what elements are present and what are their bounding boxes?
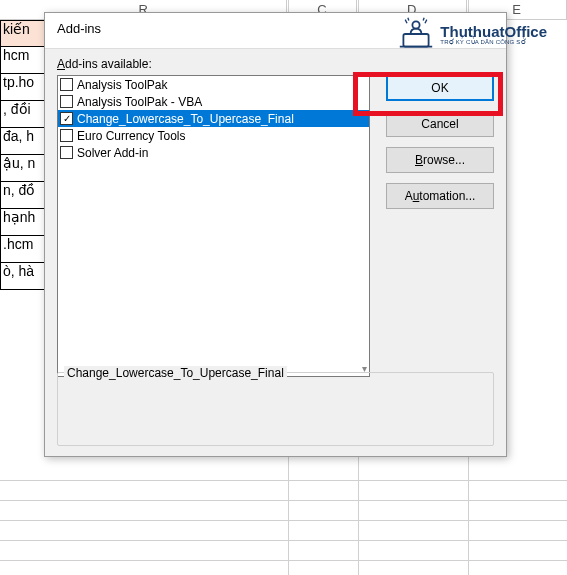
cell[interactable]: đa, h — [0, 128, 45, 155]
svg-point-2 — [413, 21, 420, 28]
addin-item[interactable]: Analysis ToolPak — [58, 76, 369, 93]
row-cells-strip: kiếnhcmtp.ho, đồiđa, hậu, nn, đồhạnh.hcm… — [0, 20, 45, 290]
svg-line-5 — [408, 18, 409, 21]
cancel-button[interactable]: Cancel — [386, 111, 494, 137]
addin-item[interactable]: Change_Lowercase_To_Upercase_Final — [58, 110, 369, 127]
watermark: ThuthuatOffice TRỢ KỶ CỦA DÂN CÔNG SỞ — [398, 16, 547, 52]
svg-line-3 — [406, 20, 408, 24]
checkbox-icon[interactable] — [60, 78, 73, 91]
checkbox-icon[interactable] — [60, 112, 73, 125]
addin-description-group: Change_Lowercase_To_Upercase_Final — [57, 372, 494, 446]
addins-listbox[interactable]: Analysis ToolPakAnalysis ToolPak - VBACh… — [57, 75, 370, 377]
addin-item-label: Analysis ToolPak - VBA — [77, 95, 202, 109]
cell[interactable]: tp.ho — [0, 74, 45, 101]
addins-available-label: Add-ins available: — [57, 57, 370, 71]
addins-dialog: Add-ins Add-ins available: Analysis Tool… — [44, 12, 507, 457]
cell[interactable]: ò, hà — [0, 263, 45, 290]
automation-button[interactable]: Automation... — [386, 183, 494, 209]
cell[interactable]: hcm — [0, 47, 45, 74]
addin-item-label: Analysis ToolPak — [77, 78, 168, 92]
addin-item[interactable]: Euro Currency Tools — [58, 127, 369, 144]
cell[interactable]: n, đồ — [0, 182, 45, 209]
addin-item-label: Change_Lowercase_To_Upercase_Final — [77, 112, 294, 126]
ok-button[interactable]: OK — [386, 75, 494, 101]
cell[interactable]: kiến — [0, 20, 45, 47]
watermark-icon — [398, 16, 434, 52]
cell[interactable]: .hcm — [0, 236, 45, 263]
checkbox-icon[interactable] — [60, 95, 73, 108]
cell[interactable]: hạnh — [0, 209, 45, 236]
addin-item-label: Euro Currency Tools — [77, 129, 186, 143]
checkbox-icon[interactable] — [60, 146, 73, 159]
svg-rect-0 — [404, 34, 429, 47]
addin-description-text: Change_Lowercase_To_Upercase_Final — [64, 366, 287, 380]
watermark-subtitle: TRỢ KỶ CỦA DÂN CÔNG SỞ — [440, 39, 547, 45]
addin-item[interactable]: Analysis ToolPak - VBA — [58, 93, 369, 110]
browse-button[interactable]: Browse... — [386, 147, 494, 173]
addin-item[interactable]: Solver Add-in — [58, 144, 369, 161]
cell[interactable]: , đồi — [0, 101, 45, 128]
addin-item-label: Solver Add-in — [77, 146, 148, 160]
cell[interactable]: ậu, n — [0, 155, 45, 182]
watermark-title: ThuthuatOffice — [440, 24, 547, 39]
svg-line-6 — [424, 18, 425, 21]
checkbox-icon[interactable] — [60, 129, 73, 142]
svg-line-4 — [425, 20, 427, 24]
